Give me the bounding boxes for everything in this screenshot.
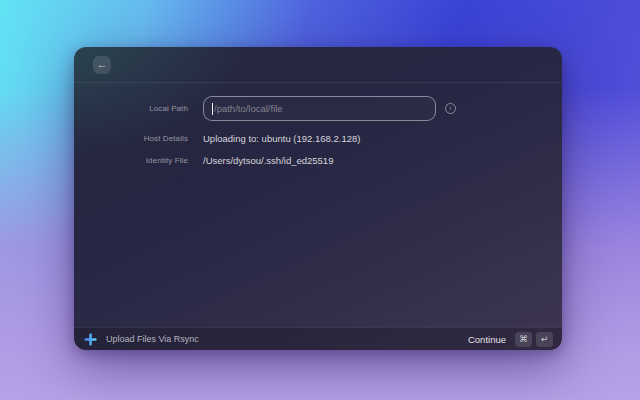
local-path-input-wrap	[203, 96, 436, 121]
info-icon[interactable]: i	[445, 103, 456, 114]
form-row-identity-file: Identity File /Users/dytsou/.ssh/id_ed25…	[74, 155, 562, 166]
form-row-host-details: Host Details Uploading to: ubuntu (192.1…	[74, 133, 562, 144]
action-bar: Upload Files Via Rsync Continue ⌘ ↵	[74, 327, 562, 350]
host-details-value: Uploading to: ubuntu (192.168.2.128)	[203, 133, 360, 144]
text-cursor	[212, 103, 213, 115]
identity-file-value: /Users/dytsou/.ssh/id_ed25519	[203, 155, 333, 166]
host-details-label: Host Details	[74, 134, 188, 143]
form-content: Local Path i Host Details Uploading to: …	[74, 83, 562, 327]
command-name: Upload Files Via Rsync	[106, 334, 199, 344]
local-path-input[interactable]	[214, 103, 427, 114]
identity-file-label: Identity File	[74, 156, 188, 165]
window-header: ←	[74, 47, 562, 83]
return-key-icon: ↵	[536, 332, 553, 347]
continue-button[interactable]: Continue	[468, 334, 506, 345]
form-row-local-path: Local Path i	[74, 96, 562, 121]
back-button[interactable]: ←	[93, 56, 111, 74]
rsync-extension-icon	[83, 332, 98, 347]
command-key-icon: ⌘	[515, 332, 532, 347]
local-path-label: Local Path	[74, 104, 188, 113]
app-window: ← Local Path i Host Details Uploading to…	[74, 47, 562, 350]
back-arrow-icon: ←	[97, 58, 108, 70]
